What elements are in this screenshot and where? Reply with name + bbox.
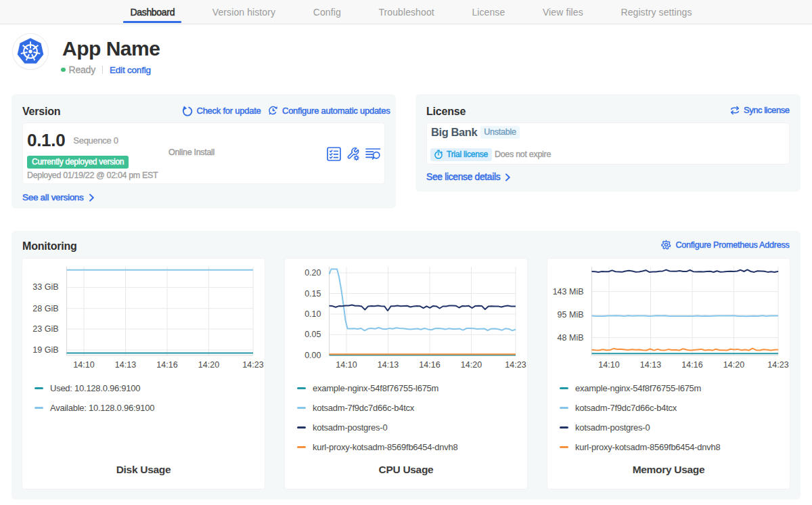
svg-text:14:23: 14:23 [505, 360, 526, 370]
svg-text:95 MiB: 95 MiB [558, 310, 584, 320]
svg-text:19 GiB: 19 GiB [32, 345, 58, 355]
svg-text:0.00: 0.00 [304, 351, 321, 360]
svg-text:33 GiB: 33 GiB [32, 282, 58, 292]
svg-text:14:20: 14:20 [723, 360, 744, 370]
svg-text:0.15: 0.15 [304, 289, 321, 299]
svg-text:14:16: 14:16 [681, 360, 702, 370]
svg-text:23 GiB: 23 GiB [32, 324, 58, 334]
svg-text:14:13: 14:13 [378, 360, 399, 370]
svg-text:14:23: 14:23 [242, 360, 263, 370]
svg-text:0.20: 0.20 [304, 268, 321, 278]
svg-text:14:10: 14:10 [73, 360, 94, 370]
svg-text:28 GiB: 28 GiB [32, 304, 58, 313]
svg-text:14:16: 14:16 [156, 360, 177, 370]
svg-text:14:20: 14:20 [198, 360, 219, 370]
svg-text:14:20: 14:20 [461, 360, 482, 370]
svg-text:0.05: 0.05 [304, 330, 321, 339]
svg-text:0.10: 0.10 [304, 309, 321, 319]
svg-text:14:16: 14:16 [419, 360, 440, 370]
svg-text:14:10: 14:10 [336, 360, 357, 370]
svg-text:14:13: 14:13 [640, 360, 661, 370]
svg-text:14:13: 14:13 [115, 360, 136, 370]
svg-text:14:10: 14:10 [598, 360, 619, 370]
svg-text:48 MiB: 48 MiB [558, 333, 584, 343]
svg-text:143 MiB: 143 MiB [553, 287, 584, 297]
svg-text:14:23: 14:23 [767, 360, 788, 370]
